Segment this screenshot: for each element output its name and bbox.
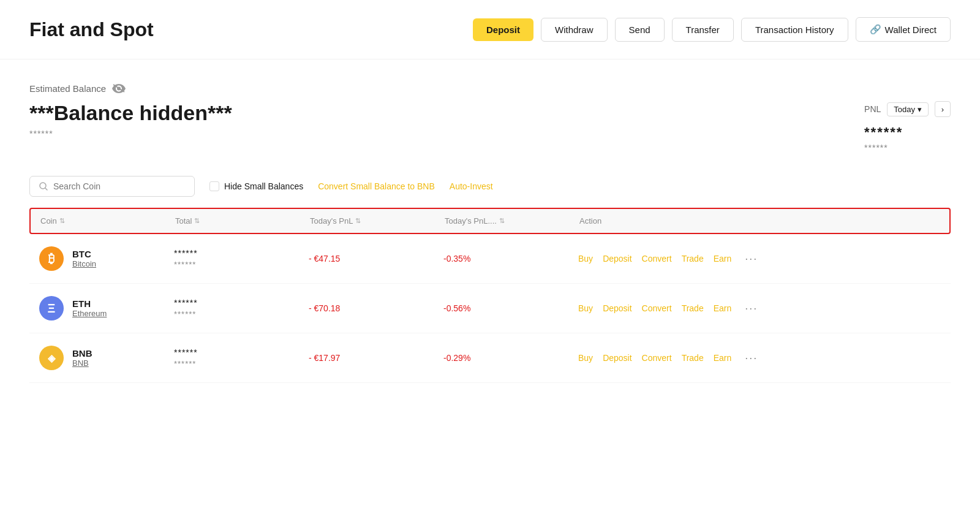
pnl-value: ****** [864,124,951,140]
btc-total-cell: ****** ****** [174,248,309,269]
table-row: ₿ BTC Bitcoin ****** ****** - €47.15 -0.… [29,234,951,284]
eth-symbol: ETH [72,298,107,309]
eth-total-cell: ****** ****** [174,298,309,319]
eth-more-button[interactable]: ··· [741,301,761,316]
th-today-pnl[interactable]: Today's PnL ⇅ [310,216,445,226]
btc-earn-link[interactable]: Earn [714,254,732,264]
eth-convert-link[interactable]: Convert [642,303,672,313]
th-total[interactable]: Total ⇅ [175,216,310,226]
balance-hidden-text: ***Balance hidden*** [29,101,864,125]
btc-pnl2-cell: -0.35% [443,253,578,264]
eth-earn-link[interactable]: Earn [714,303,732,313]
btc-buy-link[interactable]: Buy [578,254,593,264]
eth-deposit-link[interactable]: Deposit [603,303,631,313]
sort-pnl2-icon: ⇅ [499,217,505,225]
filter-section: Hide Small Balances Convert Small Balanc… [0,165,980,197]
btc-total-sub: ****** [174,260,309,269]
bnb-action-cell: Buy Deposit Convert Trade Earn ··· [578,351,941,366]
pnl-next-button[interactable]: › [935,101,951,117]
btc-trade-link[interactable]: Trade [682,254,704,264]
hide-balance-icon[interactable] [112,82,126,95]
hide-small-balances-checkbox[interactable] [209,181,219,191]
page-title: Fiat and Spot [29,18,473,41]
btc-more-button[interactable]: ··· [741,251,761,267]
balance-label: Estimated Balance [29,83,106,94]
transfer-button[interactable]: Transfer [672,18,734,42]
btc-info: BTC Bitcoin [72,249,96,268]
eth-total: ****** [174,298,309,308]
sort-coin-icon: ⇅ [59,217,65,225]
coin-cell-btc: ₿ BTC Bitcoin [39,246,174,271]
eth-pnl-pct: -0.56% [443,303,470,313]
sort-total-icon: ⇅ [194,217,200,225]
eth-name[interactable]: Ethereum [72,309,107,318]
deposit-button[interactable]: Deposit [473,18,533,41]
coin-table: Coin ⇅ Total ⇅ Today's PnL ⇅ Today's PnL… [0,197,980,383]
bnb-name[interactable]: BNB [72,359,92,368]
bnb-pnl-pct: -0.29% [443,353,470,363]
btc-action-cell: Buy Deposit Convert Trade Earn ··· [578,251,941,267]
btc-total: ****** [174,248,309,258]
header-actions: Deposit Withdraw Send Transfer Transacti… [473,17,951,42]
eth-pnl-cell: - €70.18 [309,303,443,314]
balance-sub: ****** [29,129,864,138]
th-today-pnl2[interactable]: Today's PnL.... ⇅ [445,216,579,226]
eth-action-cell: Buy Deposit Convert Trade Earn ··· [578,301,941,316]
sort-pnl-icon: ⇅ [355,217,361,225]
eth-pnl: - €70.18 [309,303,340,313]
bnb-earn-link[interactable]: Earn [714,353,732,363]
eth-total-sub: ****** [174,309,309,319]
btc-pnl-cell: - €47.15 [309,253,443,264]
bnb-convert-link[interactable]: Convert [642,353,672,363]
convert-small-balance-link[interactable]: Convert Small Balance to BNB [318,181,435,191]
bnb-pnl2-cell: -0.29% [443,352,578,363]
chevron-down-icon: ▾ [918,105,922,114]
withdraw-button[interactable]: Withdraw [541,18,608,42]
eth-info: ETH Ethereum [72,298,107,318]
btc-deposit-link[interactable]: Deposit [603,254,631,264]
eth-pnl2-cell: -0.56% [443,303,578,314]
balance-section: Estimated Balance ***Balance hidden*** *… [0,59,980,165]
bnb-total: ****** [174,347,309,357]
th-coin[interactable]: Coin ⇅ [40,216,175,226]
bnb-pnl: - €17.97 [309,353,340,363]
eth-buy-link[interactable]: Buy [578,303,593,313]
bnb-total-cell: ****** ****** [174,347,309,368]
bnb-pnl-cell: - €17.97 [309,352,443,363]
pnl-sub: ****** [864,143,951,153]
hide-small-balances-label[interactable]: Hide Small Balances [209,181,303,191]
bnb-info: BNB BNB [72,348,92,368]
search-wrapper[interactable] [29,176,195,197]
btc-pnl-pct: -0.35% [443,254,470,264]
coin-cell-bnb: ◈ BNB BNB [39,346,174,370]
auto-invest-link[interactable]: Auto-Invest [450,181,493,191]
search-input[interactable] [53,181,186,191]
btc-convert-link[interactable]: Convert [642,254,672,264]
coin-cell-eth: Ξ ETH Ethereum [39,296,174,321]
bnb-icon: ◈ [39,346,64,370]
table-row: Ξ ETH Ethereum ****** ****** - €70.18 -0… [29,284,951,333]
transaction-history-button[interactable]: Transaction History [741,18,848,42]
bnb-buy-link[interactable]: Buy [578,353,593,363]
eth-icon: Ξ [39,296,64,321]
th-action: Action [579,216,940,226]
pnl-label: PNL [864,104,881,114]
bnb-symbol: BNB [72,348,92,359]
pnl-period-dropdown[interactable]: Today ▾ [887,102,929,116]
btc-symbol: BTC [72,249,96,259]
send-button[interactable]: Send [615,18,665,42]
eth-trade-link[interactable]: Trade [682,303,704,313]
btc-icon: ₿ [39,246,64,271]
btc-pnl: - €47.15 [309,254,340,264]
bnb-trade-link[interactable]: Trade [682,353,704,363]
search-icon [39,181,48,191]
link-icon: 🔗 [870,24,881,35]
table-header: Coin ⇅ Total ⇅ Today's PnL ⇅ Today's PnL… [29,208,951,234]
table-row: ◈ BNB BNB ****** ****** - €17.97 -0.29% … [29,333,951,383]
bnb-deposit-link[interactable]: Deposit [603,353,631,363]
bnb-more-button[interactable]: ··· [741,351,761,366]
btc-name[interactable]: Bitcoin [72,259,96,268]
bnb-total-sub: ****** [174,359,309,368]
wallet-direct-button[interactable]: 🔗 Wallet Direct [856,17,951,42]
